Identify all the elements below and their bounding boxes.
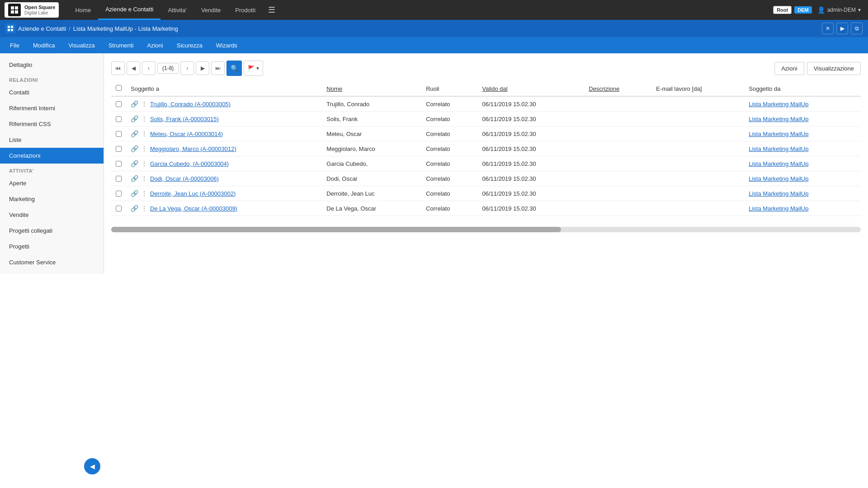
- row-valido-dal: 06/11/2019 15.02.30: [478, 171, 585, 186]
- sidebar-item-liste[interactable]: Liste: [0, 132, 104, 148]
- menu-visualizza[interactable]: Visualizza: [62, 39, 101, 52]
- more-icon[interactable]: ⋮: [141, 115, 147, 122]
- azioni-button[interactable]: Azioni: [774, 62, 804, 75]
- next-page-button[interactable]: ▶: [196, 61, 209, 75]
- sidebar-item-correlazioni[interactable]: Correlazioni: [0, 148, 104, 164]
- nav-prodotti[interactable]: Prodotti: [228, 0, 263, 20]
- link-icon[interactable]: 🔗: [131, 145, 138, 152]
- link-icon[interactable]: 🔗: [131, 205, 138, 212]
- sidebar-item-marketing[interactable]: Marketing: [0, 191, 104, 207]
- link-icon[interactable]: 🔗: [131, 130, 138, 137]
- logo[interactable]: Open Square Digital Lake: [5, 2, 59, 18]
- first-page-button[interactable]: ⏮: [111, 61, 125, 75]
- col-header-descrizione[interactable]: Descrizione: [584, 81, 651, 96]
- link-icon[interactable]: 🔗: [131, 175, 138, 182]
- row-checkbox[interactable]: [116, 161, 122, 167]
- row-checkbox[interactable]: [116, 176, 122, 182]
- more-icon[interactable]: ⋮: [141, 145, 147, 152]
- menu-modifica[interactable]: Modifica: [27, 39, 61, 52]
- link-icon[interactable]: 🔗: [131, 160, 138, 167]
- row-email: [651, 127, 744, 141]
- flag-button[interactable]: 🚩 ▾: [244, 61, 263, 76]
- row-email: [651, 171, 744, 186]
- sidebar-item-progetti[interactable]: Progetti: [0, 239, 104, 254]
- breadcrumb-window-btn[interactable]: ⧉: [851, 23, 863, 34]
- menu-sicurezza[interactable]: Sicurezza: [170, 39, 209, 52]
- sidebar-item-vendite[interactable]: Vendite: [0, 207, 104, 223]
- sidebar-item-customer-service[interactable]: Customer Service: [0, 254, 104, 270]
- menu-file[interactable]: File: [4, 39, 26, 52]
- row-checkbox-cell: [111, 156, 126, 171]
- menu-azioni[interactable]: Azioni: [141, 39, 169, 52]
- select-all-checkbox[interactable]: [116, 85, 122, 91]
- badge-root: Root: [773, 6, 792, 14]
- link-icon[interactable]: 🔗: [131, 115, 138, 122]
- more-icon[interactable]: ⋮: [141, 100, 147, 108]
- sidebar-item-aperte[interactable]: Aperte: [0, 175, 104, 191]
- soggetto-a-link[interactable]: Garcia Cubedo, (A-00003004): [150, 160, 229, 167]
- row-ruoli: Correlato: [421, 112, 477, 127]
- sidebar-collapse-button[interactable]: ◀: [84, 458, 100, 474]
- more-icon[interactable]: ⋮: [141, 205, 147, 212]
- hamburger-menu[interactable]: ☰: [263, 0, 281, 20]
- more-icon[interactable]: ⋮: [141, 175, 147, 182]
- soggetto-a-link[interactable]: Meggiolaro, Marco (A-00003012): [150, 145, 236, 152]
- more-icon[interactable]: ⋮: [141, 160, 147, 167]
- row-descrizione: [584, 96, 651, 112]
- row-valido-dal: 06/11/2019 15.02.30: [478, 186, 585, 201]
- table-row: 🔗 ⋮ Dodi, Oscar (A-00003006) Dodi, Oscar…: [111, 171, 861, 186]
- col-header-valido-dal[interactable]: Valido dal: [478, 81, 585, 96]
- breadcrumb-close-btn[interactable]: ✕: [822, 23, 834, 34]
- row-checkbox[interactable]: [116, 146, 122, 152]
- row-actions-cell: 🔗 ⋮ Dodi, Oscar (A-00003006): [126, 171, 322, 186]
- nav-attivita[interactable]: Attivita': [160, 0, 194, 20]
- soggetto-a-link[interactable]: Trujillo, Conrado (A-00003005): [150, 101, 231, 108]
- nav-vendite[interactable]: Vendite: [194, 0, 228, 20]
- svg-rect-4: [8, 26, 10, 28]
- prev-button[interactable]: ‹: [142, 61, 156, 75]
- row-checkbox[interactable]: [116, 206, 122, 211]
- row-icon-group: 🔗 ⋮ De La Vega, Oscar (A-00003009): [131, 205, 317, 212]
- search-button[interactable]: 🔍: [226, 61, 242, 76]
- next-button[interactable]: ›: [180, 61, 194, 75]
- link-icon[interactable]: 🔗: [131, 100, 138, 108]
- row-descrizione: [584, 127, 651, 141]
- soggetto-a-link[interactable]: Dodi, Oscar (A-00003006): [150, 175, 219, 182]
- user-dropdown-icon: ▾: [858, 7, 861, 13]
- breadcrumb-nav-btn[interactable]: ▶: [836, 23, 848, 34]
- row-checkbox[interactable]: [116, 101, 122, 107]
- soggetto-a-link[interactable]: Derroite, Jean Luc (A-00003002): [150, 190, 236, 197]
- visualizzazione-button[interactable]: Visualizzazione: [807, 62, 861, 75]
- menu-wizards[interactable]: Wizards: [210, 39, 244, 52]
- sidebar-item-progetti-collegati[interactable]: Progetti collegati: [0, 223, 104, 239]
- link-icon[interactable]: 🔗: [131, 190, 138, 197]
- row-checkbox[interactable]: [116, 131, 122, 137]
- prev-page-button[interactable]: ◀: [127, 61, 140, 75]
- row-email: [651, 201, 744, 216]
- row-actions: [116, 206, 122, 211]
- sidebar-item-dettaglio[interactable]: Dettaglio: [0, 57, 104, 73]
- row-nome: De La Vega, Oscar: [322, 201, 421, 216]
- nav-home[interactable]: Home: [68, 0, 98, 20]
- last-page-button[interactable]: ⏭: [211, 61, 225, 75]
- more-icon[interactable]: ⋮: [141, 190, 147, 197]
- scrollbar-track[interactable]: [111, 227, 861, 232]
- row-checkbox[interactable]: [116, 116, 122, 122]
- nav-aziende[interactable]: Aziende e Contatti: [98, 0, 160, 20]
- row-checkbox[interactable]: [116, 191, 122, 197]
- more-icon[interactable]: ⋮: [141, 130, 147, 137]
- sidebar-item-contatti[interactable]: Contatti: [0, 84, 104, 100]
- sidebar-item-riferimenti-css[interactable]: Riferimenti CSS: [0, 116, 104, 132]
- row-icon-group: 🔗 ⋮ Trujillo, Conrado (A-00003005): [131, 100, 317, 108]
- scrollbar-thumb[interactable]: [111, 227, 561, 232]
- menu-strumenti[interactable]: Strumenti: [102, 39, 140, 52]
- soggetto-a-link[interactable]: De La Vega, Oscar (A-00003009): [150, 205, 237, 212]
- horizontal-scrollbar[interactable]: [111, 221, 861, 234]
- breadcrumb-part1[interactable]: Aziende e Contatti: [18, 25, 66, 32]
- col-header-nome[interactable]: Nome: [322, 81, 421, 96]
- user-menu[interactable]: 👤 admin-DEM ▾: [815, 6, 863, 14]
- sidebar-item-riferimenti-interni[interactable]: Riferimenti Interni: [0, 100, 104, 116]
- row-descrizione: [584, 201, 651, 216]
- soggetto-a-link[interactable]: Meteu, Oscar (A-00003014): [150, 131, 223, 137]
- soggetto-a-link[interactable]: Solis, Frank (A-00003015): [150, 116, 219, 122]
